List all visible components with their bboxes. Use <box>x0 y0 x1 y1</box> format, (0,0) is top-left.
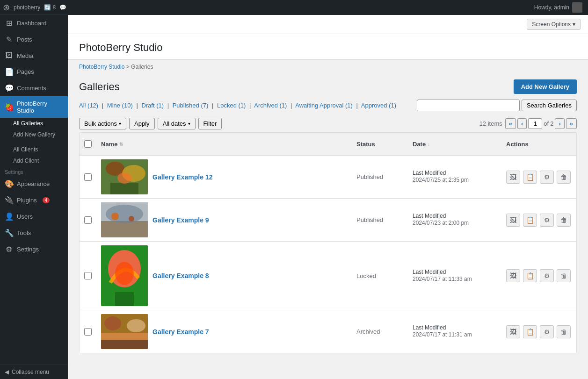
first-page-button[interactable]: « <box>505 118 516 129</box>
sidebar-item-pages[interactable]: 📄 Pages <box>0 64 68 80</box>
page-title: PhotoBerry Studio <box>79 42 577 54</box>
row-checkbox[interactable] <box>84 216 92 224</box>
add-new-gallery-button[interactable]: Add New Gallery <box>514 79 577 94</box>
svg-point-17 <box>127 319 145 332</box>
updates-link[interactable]: 🔄 8 <box>44 4 56 11</box>
filter-awaiting-approval[interactable]: Awaiting Approval (1) <box>295 102 353 109</box>
image-icon: 🖼 <box>510 328 516 336</box>
copy-gallery-button[interactable]: 📋 <box>523 269 537 282</box>
settings-gallery-button[interactable]: ⚙ <box>540 214 554 227</box>
apply-button[interactable]: Apply <box>129 118 155 129</box>
gallery-name-link[interactable]: Gallery Example 7 <box>152 328 209 336</box>
select-all-checkbox[interactable] <box>84 140 92 148</box>
sidebar-sub-all-galleries[interactable]: All Galleries <box>0 118 68 129</box>
sidebar-sub-add-client[interactable]: Add Client <box>0 155 68 166</box>
delete-gallery-button[interactable]: 🗑 <box>557 171 571 184</box>
next-page-button[interactable]: › <box>555 118 564 129</box>
page-number-input[interactable] <box>528 118 542 129</box>
gallery-name-link[interactable]: Gallery Example 8 <box>152 272 209 279</box>
screen-options-button[interactable]: Screen Options ▾ <box>527 19 581 30</box>
th-name[interactable]: Name ⇅ <box>96 136 352 151</box>
delete-gallery-button[interactable]: 🗑 <box>557 214 571 227</box>
copy-gallery-button[interactable]: 📋 <box>523 171 537 184</box>
sidebar-item-tools[interactable]: 🔧 Tools <box>0 225 68 241</box>
toolbar-left: Bulk actions ▾ Apply All dates ▾ Filter <box>79 118 222 129</box>
filter-button[interactable]: Filter <box>198 118 222 129</box>
date-sort-icon: ↓ <box>428 142 430 147</box>
sidebar-settings-section: Settings <box>0 166 68 176</box>
filter-links: All (12) | Mine (10) | Draft (1) | Publi… <box>79 102 396 109</box>
filter-all[interactable]: All (12) <box>79 102 98 109</box>
comments-nav-icon: 💬 <box>5 84 13 93</box>
search-galleries-button[interactable]: Search Galleries <box>522 100 577 111</box>
sidebar-item-photoberry[interactable]: 🍓 PhotoBerry Studio <box>0 96 68 118</box>
main-content: Howdy, admin Screen Options ▾ PhotoBerry… <box>68 0 588 379</box>
media-icon: 🖼 <box>5 51 13 60</box>
sidebar-sub-add-gallery[interactable]: Add New Gallery <box>0 129 68 140</box>
content-area: Screen Options ▾ PhotoBerry Studio Photo… <box>68 15 588 379</box>
pagination: « ‹ of 2 › » <box>505 118 577 129</box>
sidebar-item-posts[interactable]: ✎ Posts <box>0 31 68 48</box>
th-status: Status <box>352 136 408 151</box>
row-checkbox[interactable] <box>84 173 92 181</box>
table-row: Gallery Example 7 Archived Last Modified… <box>80 310 576 353</box>
view-gallery-button[interactable]: 🖼 <box>506 325 520 338</box>
search-input[interactable] <box>417 100 520 111</box>
of-text: of <box>544 120 549 127</box>
collapse-icon: ◀ <box>5 369 9 375</box>
name-sort-icon: ⇅ <box>119 142 123 147</box>
gallery-name-link[interactable]: Gallery Example 9 <box>152 216 209 224</box>
settings-gallery-button[interactable]: ⚙ <box>540 325 554 338</box>
sidebar-item-users[interactable]: 👤 Users <box>0 208 68 225</box>
sidebar-item-plugins[interactable]: 🔌 Plugins 4 <box>0 192 68 208</box>
all-dates-select[interactable]: All dates ▾ <box>158 118 196 129</box>
sidebar-item-media[interactable]: 🖼 Media <box>0 48 68 64</box>
bulk-actions-select[interactable]: Bulk actions ▾ <box>79 118 126 129</box>
top-admin-bar: Howdy, admin <box>68 0 588 15</box>
sidebar-item-comments[interactable]: 💬 Comments <box>0 80 68 96</box>
galleries-title: Galleries <box>79 81 120 93</box>
settings-gallery-button[interactable]: ⚙ <box>540 269 554 282</box>
filter-mine[interactable]: Mine (10) <box>107 102 133 109</box>
filter-draft[interactable]: Draft (1) <box>141 102 164 109</box>
filter-published[interactable]: Published (7) <box>173 102 209 109</box>
delete-gallery-button[interactable]: 🗑 <box>557 325 571 338</box>
settings-section-label: Settings <box>5 169 23 175</box>
settings-gallery-button[interactable]: ⚙ <box>540 171 554 184</box>
view-gallery-button[interactable]: 🖼 <box>506 269 520 282</box>
row-checkbox[interactable] <box>84 272 92 279</box>
sidebar-sub-all-clients[interactable]: All Clients <box>0 144 68 155</box>
breadcrumb-parent[interactable]: PhotoBerry Studio <box>79 64 124 70</box>
svg-rect-13 <box>115 292 134 306</box>
last-page-button[interactable]: » <box>566 118 577 129</box>
svg-rect-6 <box>101 221 148 237</box>
collapse-menu[interactable]: ◀ Collapse menu <box>0 365 68 379</box>
table-row: Gallery Example 8 Locked Last Modified 2… <box>80 242 576 310</box>
wp-logo-link[interactable]: ⊛ <box>3 2 10 13</box>
delete-gallery-button[interactable]: 🗑 <box>557 269 571 282</box>
copy-gallery-button[interactable]: 📋 <box>523 214 537 227</box>
sidebar-item-appearance[interactable]: 🎨 Appearance <box>0 176 68 192</box>
sidebar-item-dashboard[interactable]: ⊞ Dashboard <box>0 15 68 31</box>
gallery-name-link[interactable]: Gallery Example 12 <box>152 173 212 181</box>
avatar <box>572 2 582 13</box>
td-date: Last Modified 2024/07/17 at 11:33 am <box>408 265 501 287</box>
td-name: Gallery Example 12 <box>96 156 352 198</box>
sidebar-item-settings[interactable]: ⚙ Settings <box>0 241 68 257</box>
view-gallery-button[interactable]: 🖼 <box>506 214 520 227</box>
th-date[interactable]: Date ↓ <box>408 136 501 151</box>
view-gallery-button[interactable]: 🖼 <box>506 171 520 184</box>
svg-point-12 <box>115 262 134 285</box>
chevron-down-icon: ▾ <box>119 121 121 126</box>
date-value: 2024/07/17 at 11:31 am <box>413 331 497 339</box>
filter-locked[interactable]: Locked (1) <box>217 102 246 109</box>
row-checkbox[interactable] <box>84 328 92 336</box>
td-date: Last Modified 2024/07/25 at 2:35 pm <box>408 166 501 188</box>
copy-gallery-button[interactable]: 📋 <box>523 325 537 338</box>
filter-approved[interactable]: Approved (1) <box>361 102 396 109</box>
prev-page-button[interactable]: ‹ <box>517 118 527 129</box>
site-name-link[interactable]: photoberry <box>14 4 40 11</box>
date-label: Last Modified <box>413 213 497 219</box>
filter-archived[interactable]: Archived (1) <box>254 102 287 109</box>
td-status: Archived <box>352 324 408 339</box>
